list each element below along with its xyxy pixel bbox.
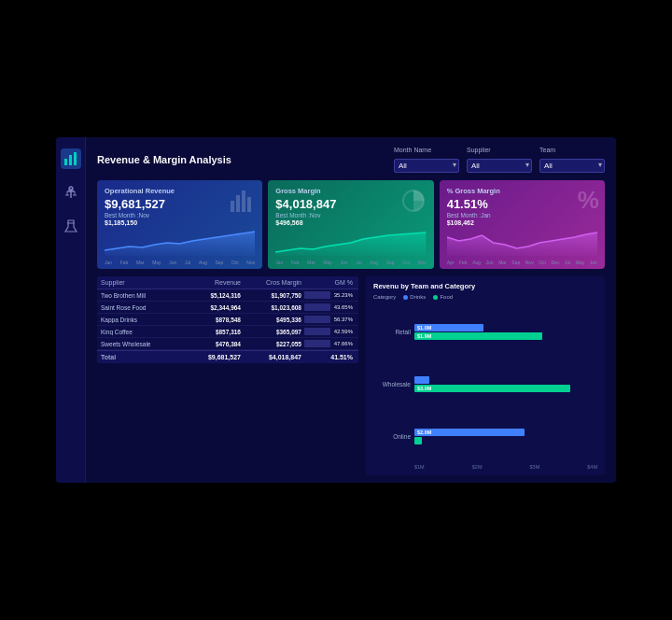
chart-title: Revenu by Team and Category [373, 282, 597, 290]
filter-supplier: Supplier All [467, 147, 532, 173]
month-axis-gm: Jan Feb Mar May Jun Jul Aug Sep Oct Nov [275, 260, 426, 265]
table-row: Saint Rose Food $2,344,964 $1,023,608 43… [97, 302, 358, 314]
supplier-name: Two Brothen Mill [101, 292, 180, 299]
kpi-sub2-gm: $496,568 [275, 219, 426, 226]
month-axis-pct: Apr Feb Aug Jun Mar Sep Nov Oct Dec Jul … [447, 260, 597, 265]
supplier-gmpct: 43.65% [301, 303, 353, 311]
kpi-card-gm: Gross Margin $4,018,847 Best Month :Nov … [268, 180, 433, 269]
kpi-sub-pct: Best Month :Jan [447, 212, 597, 218]
supplier-revenue: $878,548 [180, 317, 241, 323]
svg-rect-2 [74, 152, 77, 165]
supplier-gmpct: 56.37% [301, 316, 353, 323]
table-row: King Coffee $857,316 $365,097 42.59% [97, 326, 358, 338]
total-label: Total [101, 354, 180, 360]
supplier-table: Supplier Revenue Cros Margin GM % Two Br… [97, 276, 358, 363]
kpi-icon-pct: % [578, 186, 599, 215]
col-supplier: Supplier [101, 279, 180, 286]
sparkline-gm [275, 230, 426, 256]
supplier-revenue: $476,384 [180, 341, 241, 347]
bar-label-retail: Retail [373, 329, 411, 335]
main-content: Revenue & Margin Analysis Month Name All… [86, 137, 616, 483]
kpi-value-pct: 41.51% [447, 197, 597, 211]
supplier-name: Saint Rose Food [101, 304, 180, 311]
supplier-gm: $1,023,608 [241, 304, 301, 311]
table-row: Sweets Wholesale $476,384 $227,055 47.66… [97, 338, 358, 350]
pct-label: 35.23% [332, 292, 353, 298]
filter-team-wrap[interactable]: All [539, 155, 605, 173]
sidebar-icon-flask[interactable] [61, 216, 81, 236]
table-row: Kappa Drinks $878,548 $495,336 56.37% [97, 314, 358, 326]
bar-group-wholesale: $3.0M [414, 376, 597, 392]
filter-supplier-select[interactable]: All [467, 159, 532, 173]
svg-rect-0 [64, 159, 67, 165]
pct-bar-wrap [304, 340, 330, 347]
supplier-gm: $495,336 [241, 317, 301, 323]
supplier-revenue: $5,124,316 [180, 292, 241, 299]
page-title: Revenue & Margin Analysis [97, 154, 231, 165]
supplier-name: King Coffee [101, 329, 180, 335]
svg-rect-12 [236, 195, 240, 212]
pct-bar-wrap [304, 303, 330, 311]
outer-container: Revenue & Margin Analysis Month Name All… [0, 0, 672, 620]
filter-month-wrap[interactable]: All [394, 155, 459, 173]
filter-supplier-wrap[interactable]: All [467, 155, 532, 173]
bar-chart: Retail $1.0M $1.9M [373, 305, 597, 462]
bar-online-food [414, 437, 422, 444]
header: Revenue & Margin Analysis Month Name All… [97, 147, 605, 173]
filter-team: Team All [539, 147, 605, 173]
filter-month-select[interactable]: All [394, 159, 459, 173]
supplier-name: Kappa Drinks [101, 317, 180, 323]
filter-team-select[interactable]: All [539, 159, 605, 173]
filter-team-label: Team [539, 147, 605, 153]
svg-rect-13 [242, 190, 245, 212]
kpi-icon-gm [400, 188, 427, 218]
bar-retail-drinks: $1.0M [414, 324, 483, 331]
bar-retail-food: $1.9M [414, 332, 542, 340]
table-header: Supplier Revenue Cros Margin GM % [97, 276, 358, 289]
legend-food-label: Food [440, 294, 453, 300]
bar-wholesale-drinks [414, 376, 429, 384]
filters-bar: Month Name All Supplier All [394, 147, 605, 173]
pct-bar-wrap [304, 328, 330, 335]
month-axis-revenue: Jan Feb Mar May Jun Jul Aug Sep Oct Nov [105, 260, 255, 265]
kpi-title-pct: % Gross Margin [447, 187, 597, 195]
supplier-gm: $1,907,750 [241, 292, 301, 299]
supplier-gm: $365,097 [241, 329, 301, 335]
table-total-row: Total $9,681,527 $4,018,847 41.51% [97, 350, 358, 363]
bar-row-retail: Retail $1.0M $1.9M [373, 324, 597, 340]
pct-label: 56.37% [332, 317, 353, 322]
pct-bar-wrap [304, 316, 330, 323]
svg-rect-11 [231, 201, 234, 212]
bar-label-wholesale: Wholesale [373, 381, 411, 388]
table-row: Two Brothen Mill $5,124,316 $1,907,750 3… [97, 289, 358, 302]
bar-row-online: Online $2.0M [373, 429, 597, 444]
bar-group-online: $2.0M [414, 429, 597, 444]
legend-category: Category [373, 294, 396, 300]
bar-val-online-drinks: $2.0M [417, 430, 431, 435]
bar-val-retail-drinks: $1.0M [417, 325, 431, 331]
bar-wholesale-food: $3.0M [414, 385, 570, 392]
kpi-icon-revenue [229, 188, 255, 218]
kpi-sub2-pct: $108,462 [447, 219, 597, 226]
sidebar-icon-scale[interactable] [61, 182, 81, 203]
dashboard: Revenue & Margin Analysis Month Name All… [56, 137, 616, 483]
supplier-revenue: $857,316 [180, 329, 241, 335]
sidebar-icon-barchart[interactable] [61, 148, 81, 169]
legend-drinks: Drinks [403, 294, 426, 300]
legend-drinks-label: Drinks [410, 294, 426, 300]
supplier-gm: $227,055 [241, 341, 301, 347]
pct-bar-wrap [304, 291, 330, 299]
pct-label: 43.65% [332, 304, 353, 310]
total-gm: $4,018,847 [241, 354, 301, 360]
supplier-gmpct: 35.23% [301, 291, 353, 299]
sparkline-revenue [105, 230, 255, 256]
supplier-gmpct: 42.59% [301, 328, 353, 335]
filter-supplier-label: Supplier [467, 147, 532, 153]
sparkline-pct [447, 230, 597, 256]
legend-food: Food [433, 294, 453, 300]
bar-online-drinks: $2.0M [414, 429, 525, 436]
bar-label-online: Online [373, 433, 411, 440]
total-revenue: $9,681,527 [180, 354, 241, 360]
svg-rect-14 [247, 197, 251, 212]
kpi-card-gmpct: % % Gross Margin 41.51% Best Month :Jan … [440, 180, 605, 269]
